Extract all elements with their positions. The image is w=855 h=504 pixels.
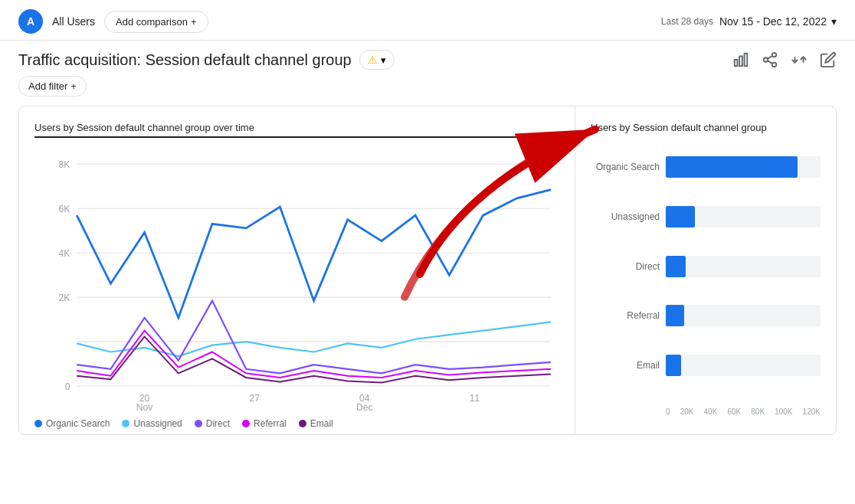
bar-track-organic [666,156,821,178]
bar-track-direct [666,256,821,277]
bar-track-email [666,355,821,376]
svg-point-3 [772,53,777,57]
bar-row-unassigned: Unassigned [591,206,821,234]
filter-plus-icon: + [70,80,77,92]
direct-line [77,301,551,374]
top-right: Last 28 days Nov 15 - Dec 12, 2022 ▾ [661,15,837,28]
bar-fill-email [666,355,681,376]
svg-text:11: 11 [470,393,480,404]
legend: Organic Search Unassigned Direct Referra… [34,412,559,432]
alert-button[interactable]: ⚠ ▾ [359,50,395,70]
svg-rect-0 [735,60,738,66]
legend-item-email: Email [299,418,333,429]
filter-row: Add filter + [0,76,855,106]
top-left: A All Users Add comparison + [18,9,208,34]
line-chart-svg: 8K 6K 4K 2K 0 20 Nov 27 04 Dec 11 [34,147,559,412]
all-users-label: All Users [52,15,95,28]
title-row: Traffic acquisition: Session default cha… [0,41,855,76]
plus-icon: + [191,16,197,28]
avatar: A [18,9,43,34]
legend-dot-organic [34,420,42,427]
bar-chart-area: Organic Search Unassigned Dire [591,146,821,427]
legend-label-referral: Referral [254,418,287,429]
bar-axis-100k: 100K [775,407,792,416]
legend-item-referral: Referral [242,418,287,429]
svg-line-6 [768,61,772,64]
bar-chart-button[interactable] [732,51,749,68]
bar-x-axis: 0 20K 40K 60K 80K 100K 120K [591,407,821,416]
svg-text:Nov: Nov [136,402,153,411]
title-actions [732,51,837,68]
bar-axis-0: 0 [666,407,670,416]
bar-track-unassigned [666,206,821,227]
svg-text:Dec: Dec [356,402,373,411]
legend-item-unassigned: Unassigned [122,418,182,429]
legend-label-organic: Organic Search [46,418,110,429]
left-panel: Users by Session default channel group o… [19,106,575,434]
alert-dropdown-icon: ▾ [381,54,386,66]
bar-label-unassigned: Unassigned [591,211,660,222]
add-filter-button[interactable]: Add filter + [18,76,87,97]
last28-label: Last 28 days [661,16,713,27]
svg-point-5 [772,63,777,67]
right-panel: Users by Session default channel group O… [575,106,836,434]
legend-dot-direct [195,420,202,427]
bar-fill-organic [666,156,798,178]
legend-label-unassigned: Unassigned [133,418,182,429]
email-line [77,336,551,382]
svg-text:8K: 8K [59,159,70,170]
svg-text:0: 0 [65,381,70,391]
legend-dot-unassigned [122,420,129,427]
bar-label-direct: Direct [591,261,660,272]
legend-item-organic: Organic Search [34,418,110,429]
referral-line [77,331,551,378]
bar-axis-120k: 120K [803,407,821,416]
add-comparison-label: Add comparison [116,16,188,28]
svg-text:6K: 6K [59,204,70,214]
svg-rect-1 [739,56,742,66]
bar-fill-unassigned [666,206,695,227]
bar-row-organic: Organic Search [591,156,821,184]
title-left: Traffic acquisition: Session default cha… [18,50,395,70]
bar-axis-80k: 80K [751,407,765,416]
line-chart-title: Users by Session default channel group o… [34,122,559,138]
svg-point-4 [764,57,768,62]
alert-triangle-icon: ⚠ [368,54,378,66]
add-comparison-button[interactable]: Add comparison + [104,11,208,33]
legend-dot-email [299,420,306,427]
bar-label-organic: Organic Search [591,162,660,172]
legend-dot-referral [242,420,250,427]
bar-row-email: Email [591,355,821,382]
legend-item-direct: Direct [195,418,230,429]
date-range-label: Nov 15 - Dec 12, 2022 [719,15,827,28]
legend-label-email: Email [310,418,333,429]
main-content: Users by Session default channel group o… [18,106,837,435]
bar-label-email: Email [591,360,660,371]
date-range-button[interactable]: Nov 15 - Dec 12, 2022 ▾ [719,15,837,28]
svg-rect-2 [745,54,748,67]
bar-fill-referral [666,305,684,326]
top-bar: A All Users Add comparison + Last 28 day… [0,0,855,41]
bar-axis-60k: 60K [727,407,741,416]
add-filter-label: Add filter [28,80,67,92]
svg-line-7 [768,56,772,59]
bar-axis-40k: 40K [704,407,718,416]
edit-button[interactable] [820,51,837,68]
compare-button[interactable] [791,51,808,68]
date-range-chevron-icon: ▾ [831,15,837,28]
bar-track-referral [666,305,821,326]
bar-row-direct: Direct [591,256,821,283]
svg-text:27: 27 [250,393,260,404]
bar-row-referral: Referral [591,305,821,332]
bar-axis-20k: 20K [680,407,694,416]
bar-fill-direct [666,256,686,277]
line-chart-area: 8K 6K 4K 2K 0 20 Nov 27 04 Dec 11 [34,147,559,412]
page-title: Traffic acquisition: Session default cha… [18,51,352,69]
svg-text:4K: 4K [59,248,70,259]
organic-search-line [77,190,551,318]
svg-text:2K: 2K [59,293,70,303]
share-button[interactable] [762,51,778,68]
bar-label-referral: Referral [591,310,660,321]
bar-chart-title: Users by Session default channel group [591,122,821,133]
legend-label-direct: Direct [206,418,230,429]
